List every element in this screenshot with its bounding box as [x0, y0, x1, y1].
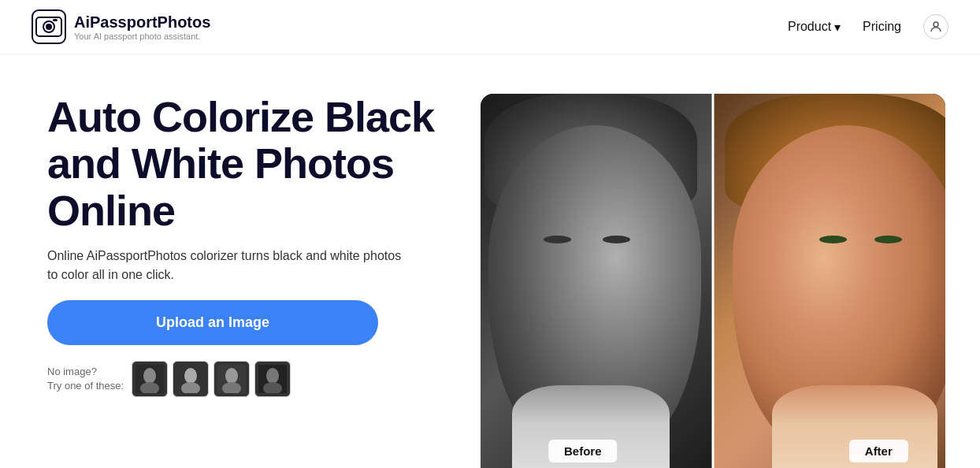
sample-thumb-1[interactable] — [132, 361, 168, 397]
nav-pricing-link[interactable]: Pricing — [863, 20, 901, 34]
brand-text: AiPassportPhotos Your AI passport photo … — [74, 13, 210, 41]
brand-logo-icon — [32, 9, 66, 44]
nav-product-label: Product — [788, 20, 831, 34]
color-left-eye — [819, 236, 847, 243]
brand-tagline: Your AI passport photo assistant. — [74, 32, 210, 41]
sample-thumbs — [132, 361, 291, 397]
main-content: Auto Colorize Black and White Photos Onl… — [0, 54, 980, 468]
nav-product-link[interactable]: Product ▾ — [788, 20, 841, 35]
svg-rect-4 — [53, 19, 58, 21]
sample-thumb-3[interactable] — [213, 361, 250, 397]
hero-subtitle: Online AiPassportPhotos colorizer turns … — [47, 247, 410, 284]
svg-point-3 — [46, 24, 52, 30]
color-right-eye — [874, 236, 902, 243]
svg-point-5 — [934, 22, 938, 27]
sample-thumb-2[interactable] — [173, 361, 209, 397]
hero-title: Auto Colorize Black and White Photos Onl… — [47, 94, 457, 234]
after-side — [713, 94, 945, 468]
try-one-text: Try one of these: — [47, 380, 124, 392]
no-image-text: No image? — [47, 366, 97, 377]
brand-name: AiPassportPhotos — [74, 13, 210, 32]
bw-left-eye — [544, 236, 571, 243]
user-account-icon[interactable] — [923, 14, 948, 39]
navbar: AiPassportPhotos Your AI passport photo … — [0, 0, 980, 54]
photo-comparison: Before After — [481, 94, 945, 468]
nav-links: Product ▾ Pricing — [788, 14, 948, 39]
svg-point-13 — [225, 368, 238, 384]
bw-right-eye — [603, 236, 630, 243]
nav-pricing-label: Pricing — [863, 20, 901, 34]
svg-point-7 — [143, 368, 156, 384]
sample-row: No image? Try one of these: — [47, 361, 457, 397]
brand: AiPassportPhotos Your AI passport photo … — [32, 9, 210, 44]
after-label: After — [849, 440, 908, 462]
split-divider — [712, 94, 715, 468]
svg-point-10 — [184, 368, 197, 384]
before-label: Before — [548, 440, 618, 462]
left-panel: Auto Colorize Black and White Photos Onl… — [47, 94, 457, 397]
before-side — [481, 94, 713, 468]
right-panel: Before After — [481, 94, 948, 468]
upload-image-button[interactable]: Upload an Image — [47, 300, 378, 345]
sample-label: No image? Try one of these: — [47, 365, 124, 393]
sample-thumb-4[interactable] — [254, 361, 291, 397]
chevron-down-icon: ▾ — [834, 20, 841, 35]
svg-point-16 — [266, 368, 279, 384]
